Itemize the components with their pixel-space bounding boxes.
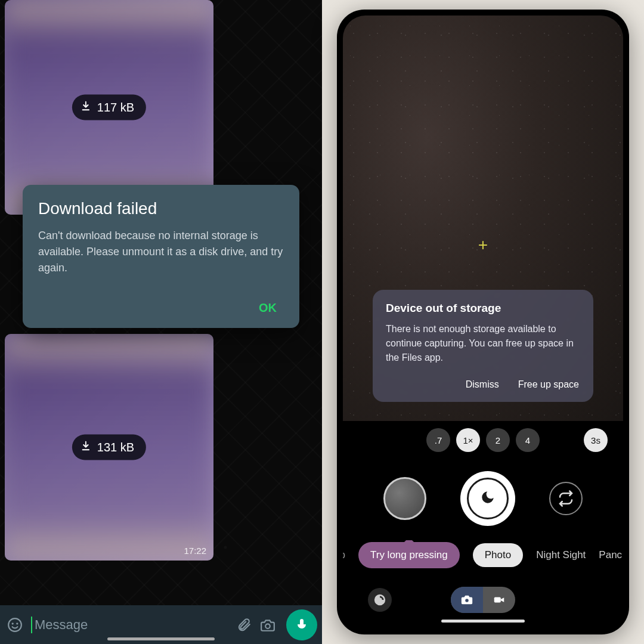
image-message-bubble[interactable]: 117 kB (5, 0, 213, 215)
dialog-title: Download failed (38, 199, 284, 218)
storage-warning-dialog: Device out of storage There is not enoug… (373, 290, 593, 402)
download-icon (80, 441, 91, 454)
dialog-body: Can't download because no internal stora… (38, 228, 284, 276)
camera-icon[interactable] (260, 617, 275, 633)
mode-panorama[interactable]: Panc (599, 549, 622, 561)
video-toggle-icon[interactable] (483, 587, 515, 613)
download-pill[interactable]: 117 kB (72, 95, 146, 120)
file-size: 131 kB (97, 441, 134, 454)
camera-controls-row (343, 463, 623, 534)
navigation-bar-icon (107, 637, 215, 640)
shutter-button[interactable] (460, 471, 515, 526)
mode-night-sight[interactable]: Night Sight (536, 549, 586, 561)
zoom-option[interactable]: .7 (426, 428, 450, 452)
dialog-title: Device out of storage (386, 302, 580, 315)
zoom-option[interactable]: 4 (516, 428, 540, 452)
dialog-body: There is not enough storage available to… (386, 322, 580, 365)
zoom-selector: .7 1× 2 4 3s (343, 422, 623, 458)
image-message-bubble[interactable]: 131 kB 17:22 (5, 334, 213, 561)
dismiss-button[interactable]: Dismiss (465, 376, 500, 394)
svg-point-0 (8, 618, 21, 631)
voice-message-button[interactable] (286, 609, 317, 640)
file-size: 117 kB (97, 101, 134, 114)
message-input[interactable]: Message (31, 617, 228, 633)
message-timestamp: 17:22 (184, 546, 206, 556)
svg-rect-5 (494, 597, 501, 602)
timer-badge[interactable]: 3s (584, 428, 608, 452)
bottom-controls-row (343, 582, 623, 618)
download-pill[interactable]: 131 kB (72, 435, 146, 460)
phone-screen: + Device out of storage There is not eno… (343, 16, 623, 628)
photo-video-toggle[interactable] (451, 587, 515, 613)
switch-camera-button[interactable] (549, 482, 583, 515)
free-up-space-button[interactable]: Free up space (517, 376, 580, 394)
settings-button[interactable] (368, 588, 392, 612)
whatsapp-screenshot: 117 kB 131 kB 17:22 Download failed Can'… (0, 0, 322, 644)
camera-screenshot: + Device out of storage There is not eno… (322, 0, 644, 644)
phone-frame: + Device out of storage There is not eno… (337, 10, 629, 634)
svg-point-1 (12, 623, 14, 624)
navigation-bar-icon[interactable] (441, 620, 525, 623)
moon-icon (480, 490, 496, 507)
attach-icon[interactable] (236, 617, 252, 633)
mode-clipped[interactable]: xp (343, 549, 345, 561)
mode-photo[interactable]: Photo (473, 543, 523, 567)
svg-point-2 (16, 623, 18, 624)
ok-button[interactable]: OK (252, 296, 284, 320)
photo-toggle-icon[interactable] (451, 587, 483, 613)
camera-modes-row[interactable]: xp Try long pressing Photo Night Sight P… (343, 540, 623, 570)
svg-point-3 (265, 624, 270, 628)
download-failed-dialog: Download failed Can't download because n… (23, 185, 299, 328)
download-icon (80, 101, 91, 114)
long-press-hint: Try long pressing (358, 542, 460, 568)
svg-point-4 (465, 599, 469, 602)
emoji-icon[interactable] (7, 617, 23, 633)
zoom-option-active[interactable]: 1× (456, 428, 480, 452)
zoom-option[interactable]: 2 (486, 428, 510, 452)
focus-crosshair-icon: + (478, 236, 488, 255)
gallery-thumbnail[interactable] (383, 477, 426, 520)
